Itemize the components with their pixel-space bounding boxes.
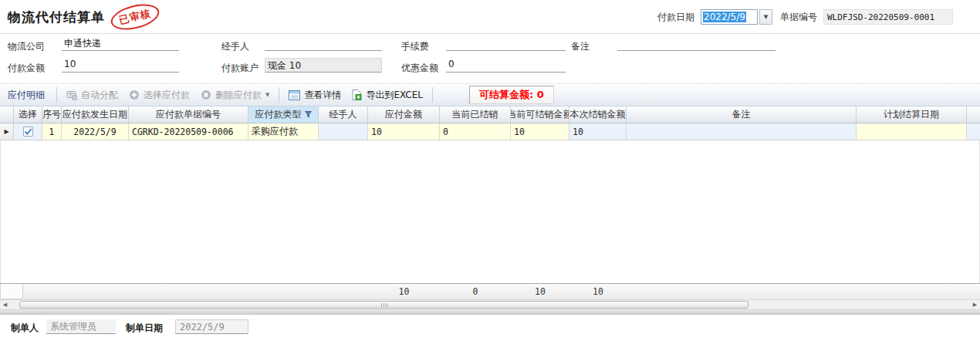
creator-field: 系统管理员: [46, 319, 116, 334]
create-date-label: 制单日期: [126, 322, 163, 335]
remark-field[interactable]: [617, 36, 776, 51]
toolbar-separator: [56, 87, 57, 103]
title-bar: 物流代付结算单 已审核 付款日期 2022/5/9 ▼ 单据编号 WLDFJSD…: [0, 0, 980, 34]
chevron-down-icon: ▼: [764, 14, 768, 20]
logistics-company-label: 物流公司: [8, 40, 45, 53]
cell-filler: [967, 123, 980, 140]
payable-detail-tab: 应付明细: [6, 89, 52, 102]
pay-date-value: 2022/5/9: [703, 12, 746, 22]
column-header-filler: [967, 106, 980, 123]
bottom-separator-band: [0, 309, 980, 315]
logistics-company-field[interactable]: 申通快递: [62, 36, 179, 51]
auto-allocate-button[interactable]: 自动分配: [61, 86, 123, 104]
form-area: 物流公司 申通快递 经手人 手续费 备注 付款金额 10 付款账户 现金 10 …: [0, 34, 980, 83]
summary-settled: 0: [440, 284, 511, 299]
approved-stamp: 已审核: [108, 0, 161, 34]
column-header-remark[interactable]: 备注: [627, 106, 857, 123]
pay-account-label: 付款账户: [221, 62, 259, 75]
discount-amount-field[interactable]: 0: [446, 58, 566, 73]
pay-account-field[interactable]: 现金 10: [265, 58, 382, 73]
column-header-payable-amount[interactable]: 应付金额: [368, 106, 440, 123]
cell-settled[interactable]: 0: [440, 123, 511, 140]
column-header-payable-doc-no[interactable]: 应付款单据编号: [129, 106, 248, 123]
create-date-field: 2022/5/9: [175, 319, 248, 334]
pay-amount-field[interactable]: 10: [62, 58, 179, 73]
detail-list-icon: [289, 90, 300, 100]
settleable-amount-badge: 可结算金额: 0: [469, 86, 554, 104]
handler-label: 经手人: [221, 40, 249, 53]
summary-indicator-cell: [0, 284, 23, 299]
header-right-fields: 付款日期 2022/5/9 ▼ 单据编号 WLDFJSD-20220509-00…: [657, 9, 953, 25]
doc-no-field[interactable]: WLDFJSD-20220509-0001: [823, 9, 953, 25]
column-header-handler[interactable]: 经手人: [319, 106, 368, 123]
horizontal-scrollbar[interactable]: ◀ ▶: [0, 299, 980, 309]
x-circle-icon: [201, 89, 211, 100]
row-indicator[interactable]: ▶: [0, 123, 14, 140]
scrollbar-thumb[interactable]: [19, 301, 749, 309]
scrollbar-grip-icon: [380, 303, 387, 307]
select-payable-button[interactable]: 选择应付款: [123, 86, 195, 104]
pay-date-label: 付款日期: [657, 11, 694, 24]
table-row[interactable]: ▶ 1 2022/5/9 CGRKD-20220509-0006 采购应付款 1…: [0, 123, 980, 140]
scroll-right-icon[interactable]: ▶: [970, 300, 980, 309]
summary-payable-amount: 10: [368, 284, 440, 299]
cell-payable-date[interactable]: 2022/5/9: [62, 123, 129, 140]
export-excel-button[interactable]: 导出到EXCEL: [346, 86, 428, 104]
toolbar-separator: [279, 87, 279, 103]
column-header-this-settlement[interactable]: 本次结销金额: [569, 106, 627, 123]
handler-field[interactable]: [265, 36, 382, 51]
plus-circle-icon: [129, 89, 140, 100]
summary-this-settlement: 10: [569, 284, 627, 299]
row-checkbox[interactable]: [23, 127, 33, 137]
row-indicator-header: [0, 106, 14, 123]
column-header-planned-date[interactable]: 计划结算日期: [857, 106, 967, 123]
filter-funnel-icon[interactable]: [305, 111, 312, 118]
cell-no[interactable]: 1: [42, 123, 62, 140]
doc-no-label: 单据编号: [780, 11, 817, 24]
auto-allocate-icon: [66, 90, 77, 100]
column-header-no[interactable]: 序号: [42, 106, 62, 123]
pay-date-input[interactable]: 2022/5/9: [701, 9, 758, 25]
cell-planned-date[interactable]: [857, 123, 967, 140]
remark-label: 备注: [571, 40, 590, 53]
summary-settleable: 10: [511, 284, 569, 299]
scroll-left-icon[interactable]: ◀: [0, 300, 10, 309]
chevron-down-icon: ▼: [265, 92, 269, 98]
creator-label: 制单人: [11, 322, 39, 335]
service-fee-field[interactable]: [446, 36, 566, 51]
column-header-payable-date[interactable]: 应付款发生日期: [62, 106, 129, 123]
page-title: 物流代付结算单: [8, 8, 105, 26]
column-header-payable-type[interactable]: 应付款类型: [248, 106, 319, 123]
grid-empty-area: [0, 140, 980, 283]
payables-grid: 选择 序号 应付款发生日期 应付款单据编号 应付款类型 经手人 应付金额 当前已…: [0, 106, 980, 309]
discount-amount-label: 优惠金额: [401, 62, 438, 75]
footer-area: 制单人 系统管理员 制单日期 2022/5/9: [0, 315, 980, 341]
row-select-cell[interactable]: [14, 123, 42, 140]
cell-payable-amount[interactable]: 10: [368, 123, 440, 140]
excel-export-icon: [352, 89, 362, 100]
pay-amount-label: 付款金额: [8, 62, 45, 75]
cell-this-settlement[interactable]: 10: [569, 123, 627, 140]
view-detail-button[interactable]: 查看详情: [283, 86, 346, 104]
summary-gap: [23, 284, 368, 299]
grid-summary-row: 10 0 10 10: [0, 283, 980, 299]
cell-settleable[interactable]: 10: [511, 123, 569, 140]
cell-payable-doc-no[interactable]: CGRKD-20220509-0006: [129, 123, 248, 140]
service-fee-label: 手续费: [401, 40, 429, 53]
delete-payable-button[interactable]: 删除应付款 ▼: [195, 86, 275, 104]
column-header-settled[interactable]: 当前已结销: [440, 106, 511, 123]
cell-payable-type[interactable]: 采购应付款: [248, 123, 319, 140]
toolbar-separator: [432, 87, 433, 103]
pay-date-dropdown-button[interactable]: ▼: [759, 9, 772, 25]
current-row-arrow-icon: ▶: [4, 128, 8, 135]
cell-handler[interactable]: [319, 123, 368, 140]
grid-toolbar: 应付明细 自动分配 选择应付款 删除应付款 ▼ 查看详情 导出到EXCEL 可结…: [0, 83, 980, 106]
cell-remark[interactable]: [627, 123, 857, 140]
column-header-settleable[interactable]: 当前可结销金额: [511, 106, 569, 123]
grid-header-row: 选择 序号 应付款发生日期 应付款单据编号 应付款类型 经手人 应付金额 当前已…: [0, 106, 980, 123]
column-header-select[interactable]: 选择: [14, 106, 42, 123]
